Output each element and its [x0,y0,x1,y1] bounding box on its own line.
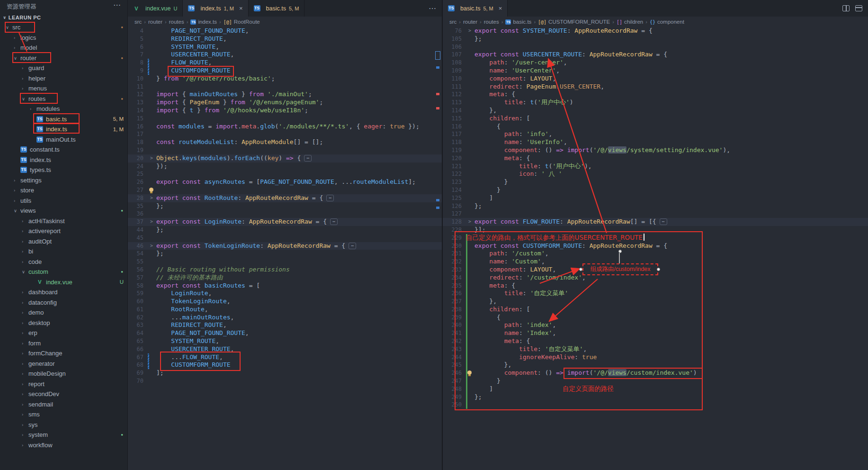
code-line-234[interactable]: 234 redirect: '/custom/index', [443,274,868,282]
code-line-11[interactable]: 11 [128,83,442,91]
tree-item-modules[interactable]: ›modules [0,104,128,114]
code-line-229[interactable]: 229 [443,234,868,242]
code-line-16[interactable]: 16const modules = import.meta.glob('./mo… [128,123,442,131]
line-number[interactable]: 114 [443,107,464,115]
code-line-6[interactable]: 6 SYSTEM_ROUTE, [128,43,442,51]
tree-item-store[interactable]: ›store [0,185,128,196]
line-number[interactable]: 28 [128,194,146,202]
code-line-238[interactable]: 238 children: [ [443,306,868,314]
code-line-67[interactable]: 67 ...FLOW_ROUTE, [128,353,442,362]
sidebar-more-actions-icon[interactable]: ⋯ [113,0,121,9]
line-number[interactable]: 234 [443,274,464,282]
tree-item-system[interactable]: ›system● [0,430,128,440]
code-line-45[interactable]: 45 [128,234,442,242]
tree-item-index.ts[interactable]: TSindex.ts [0,155,128,165]
line-number[interactable]: 250 [443,401,464,409]
code-line-9[interactable]: 9 CUSTOMFORM_ROUTE [128,67,442,75]
code-line-128[interactable]: 128>export const FLOW_ROUTE: AppRouteRec… [443,218,868,226]
line-number[interactable]: 112 [443,90,464,99]
breadcrumb-item-children[interactable]: []children [617,19,643,25]
code-line-126[interactable]: 126}; [443,202,868,210]
tab-basic.ts[interactable]: TSbasic.ts5, M× [443,0,508,17]
code-line-5[interactable]: 5 REDIRECT_ROUTE, [128,35,442,43]
breadcrumb-item-src[interactable]: src [134,19,142,25]
code-line-44[interactable]: 44}; [128,226,442,234]
code-line-26[interactable]: 26export const asyncRoutes = [PAGE_NOT_F… [128,178,442,186]
line-number[interactable]: 4 [128,27,146,35]
breadcrumb-item-routes[interactable]: routes [484,19,499,25]
code-line-105[interactable]: 105}; [443,35,868,43]
code-line-243[interactable]: 243 title: '自定义菜单', [443,345,868,353]
line-number[interactable]: 24 [128,163,146,171]
line-number[interactable]: 17 [128,130,146,138]
line-number[interactable]: 108 [443,59,464,67]
line-number[interactable]: 69 [128,369,146,377]
overview-ruler-viewport[interactable] [435,51,440,60]
tree-item-secondDev[interactable]: ›secondDev [0,389,128,399]
line-number[interactable]: 244 [443,353,464,362]
tree-item-demo[interactable]: ›demo [0,307,128,318]
code-line-20[interactable]: 20>Object.keys(modules).forEach((key) =>… [128,154,442,163]
line-number[interactable]: 37 [128,218,146,226]
tree-item-sys[interactable]: ›sys [0,420,128,430]
line-number[interactable]: 35 [128,202,146,210]
tree-item-types.ts[interactable]: TStypes.ts [0,165,128,175]
line-number[interactable]: 239 [443,314,464,322]
code-line-247[interactable]: 247 } [443,377,868,385]
line-number[interactable]: 122 [443,170,464,178]
line-number[interactable]: 246 [443,369,464,377]
code-line-18[interactable]: 18const routeModuleList: AppRouteModule[… [128,138,442,146]
tree-item-auditOpt[interactable]: ›auditOpt [0,236,128,247]
code-line-232[interactable]: 232 name: 'Custom', [443,258,868,266]
code-line-61[interactable]: 61 RootRoute, [128,306,442,314]
code-line-118[interactable]: 118 name: 'UserInfo', [443,138,868,146]
code-line-250[interactable]: 250 [443,401,868,409]
folded-region-badge[interactable]: ⋯ [660,218,667,225]
tree-item-model[interactable]: ›model [0,43,128,53]
code-line-109[interactable]: 109 name: 'UserCenter', [443,67,868,75]
line-number[interactable]: 111 [443,83,464,91]
line-number[interactable]: 7 [128,51,146,59]
tree-item-erp[interactable]: ›erp [0,328,128,338]
line-number[interactable]: 128 [443,218,464,226]
code-line-56[interactable]: 56// Basic routing without permissions [128,266,442,274]
code-line-70[interactable]: 70 [128,377,442,385]
code-line-245[interactable]: 245 }, [443,361,868,369]
code-editor-basic-ts[interactable]: 76>export const SYSTEM_ROUTE: AppRouteRe… [443,27,868,409]
split-editor-icon[interactable] [842,5,850,11]
code-line-13[interactable]: 13import { PageEnum } from '/@/enums/pag… [128,99,442,107]
line-number[interactable]: 19 [128,146,146,154]
line-number[interactable]: 106 [443,43,464,51]
code-line-113[interactable]: 113 title: t('用户中心') [443,99,868,107]
line-number[interactable]: 13 [128,99,146,107]
tree-item-activereport[interactable]: ›activereport [0,226,128,236]
line-number[interactable]: 127 [443,210,464,218]
line-number[interactable]: 245 [443,361,464,369]
code-line-63[interactable]: 63 REDIRECT_ROUTE, [128,321,442,329]
tree-item-bi[interactable]: ›bi [0,246,128,257]
code-editor-index-ts[interactable]: 4 PAGE_NOT_FOUND_ROUTE,5 REDIRECT_ROUTE,… [128,27,442,385]
code-line-4[interactable]: 4 PAGE_NOT_FOUND_ROUTE, [128,27,442,35]
tree-item-menus[interactable]: ›menus [0,83,128,94]
close-icon[interactable]: × [239,5,243,12]
tree-item-helper[interactable]: ›helper [0,73,128,84]
breadcrumb-item-CUSTOMFORM_ROUTE[interactable]: [@]CUSTOMFORM_ROUTE [538,19,610,25]
line-number[interactable]: 125 [443,194,464,202]
folded-region-badge[interactable]: ⋯ [304,155,312,162]
line-number[interactable]: 10 [128,75,146,83]
code-line-246[interactable]: 246 component: () => import('/@/views/cu… [443,369,868,377]
line-number[interactable]: 117 [443,130,464,138]
breadcrumb-item-index.ts[interactable]: TSindex.ts [190,19,217,25]
line-number[interactable]: 18 [128,138,146,146]
line-number[interactable]: 113 [443,99,464,107]
code-line-7[interactable]: 7 USERCENTER_ROUTE, [128,51,442,59]
fold-chevron-icon[interactable]: > [468,27,471,35]
line-number[interactable]: 70 [128,377,146,385]
lightbulb-icon[interactable] [149,188,153,192]
line-number[interactable]: 237 [443,298,464,306]
code-line-228[interactable]: 228}]; [443,226,868,234]
tree-item-actHiTaskinst[interactable]: ›actHiTaskinst [0,216,128,226]
code-line-237[interactable]: 237 }, [443,298,868,306]
code-line-60[interactable]: 60 TokenLoginRoute, [128,298,442,306]
code-line-236[interactable]: 236 title: '自定义菜单' [443,289,868,298]
